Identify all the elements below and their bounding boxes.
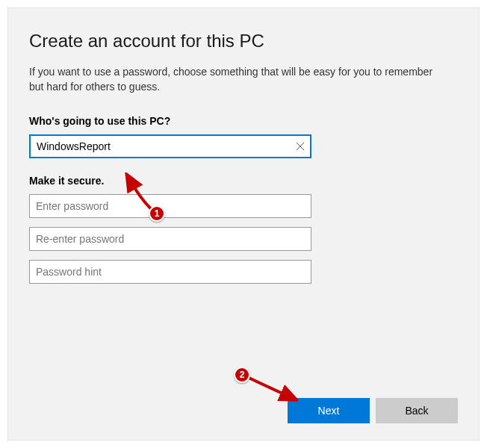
password-hint-input[interactable]	[29, 260, 311, 284]
password-input[interactable]	[29, 194, 311, 218]
back-button[interactable]: Back	[376, 398, 458, 423]
page-title: Create an account for this PC	[29, 31, 458, 52]
username-field-wrap	[29, 134, 311, 158]
clear-username-button[interactable]	[294, 140, 307, 153]
secure-section-label: Make it secure.	[29, 175, 458, 187]
annotation-badge-2: 2	[234, 367, 250, 383]
close-icon	[296, 142, 305, 151]
username-section-label: Who's going to use this PC?	[29, 115, 458, 127]
confirm-password-input[interactable]	[29, 227, 311, 251]
username-input[interactable]	[29, 134, 311, 158]
create-account-panel: Create an account for this PC If you wan…	[7, 7, 480, 441]
next-button[interactable]: Next	[288, 398, 370, 423]
page-subtitle: If you want to use a password, choose so…	[29, 65, 447, 94]
button-row: Next Back	[288, 398, 458, 423]
